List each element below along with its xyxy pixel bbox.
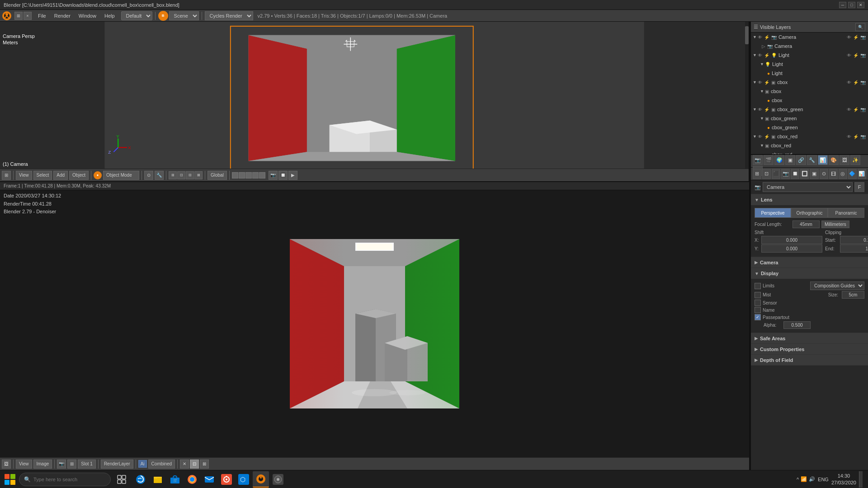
- outliner-item[interactable]: ● cbox: [751, 96, 868, 105]
- tray-wifi[interactable]: 📶: [801, 476, 807, 482]
- taskbar-mail-icon[interactable]: [201, 471, 217, 488]
- shift-y-input[interactable]: [761, 244, 822, 253]
- prop-icon2-2[interactable]: ⊡: [762, 169, 771, 179]
- render-action-btns[interactable]: ✕ ⊡ ⊠: [180, 460, 209, 469]
- add-menu[interactable]: Add: [53, 171, 68, 180]
- passepartout-checkbox[interactable]: [755, 314, 761, 320]
- object-mode-select[interactable]: Object Mode: [103, 171, 139, 180]
- scene-select[interactable]: Scene: [169, 11, 199, 20]
- name-checkbox[interactable]: [755, 307, 761, 313]
- combined-btn[interactable]: Combined: [148, 460, 175, 469]
- minimize-button[interactable]: ─: [839, 2, 846, 8]
- title-controls[interactable]: ─ □ ✕: [839, 2, 864, 8]
- outliner-item[interactable]: ● cbox_green: [751, 123, 868, 132]
- prop-constraint-icon[interactable]: 🔗: [796, 155, 806, 165]
- taskbar-search[interactable]: 🔍: [19, 473, 111, 486]
- workspace-icons[interactable]: ⊞ ×: [14, 12, 32, 20]
- prop-icon2-8[interactable]: ⊙: [820, 169, 828, 179]
- display-section-header[interactable]: ▼ Display: [751, 268, 868, 279]
- mist-checkbox[interactable]: [755, 292, 761, 298]
- camera-dropdown[interactable]: Camera: [763, 182, 853, 192]
- prop-particles-icon[interactable]: ✨: [850, 155, 860, 165]
- outliner-item[interactable]: ▼ 👁 ⚡ 💡 Light 👁 ⚡ 📷: [751, 51, 868, 60]
- prop-icon2-6[interactable]: 🔳: [800, 169, 809, 179]
- layout-select[interactable]: Default: [121, 11, 152, 20]
- slot-btn[interactable]: Slot 1: [78, 460, 96, 469]
- outliner-item[interactable]: ● cbox_red: [751, 150, 868, 155]
- sensor-checkbox[interactable]: [755, 300, 761, 306]
- panoramic-tab[interactable]: Panoramic: [828, 208, 864, 218]
- taskbar-edge-icon[interactable]: [132, 471, 149, 488]
- render-view-btn2[interactable]: ⊞: [67, 460, 76, 469]
- start-button[interactable]: [2, 471, 18, 488]
- alpha-input[interactable]: [783, 321, 811, 329]
- limits-checkbox[interactable]: [755, 283, 761, 289]
- prop-icon2-12[interactable]: 📊: [858, 169, 866, 179]
- object-menu[interactable]: Object: [69, 171, 89, 180]
- shift-x-input[interactable]: [761, 236, 822, 244]
- taskbar-app7-icon[interactable]: ⬡: [236, 471, 252, 488]
- taskbar-blender-icon[interactable]: [253, 471, 269, 488]
- clip-end-input[interactable]: [840, 244, 868, 253]
- focal-length-input[interactable]: [793, 221, 820, 228]
- outliner-item[interactable]: ▼ 💡 Light: [751, 60, 868, 69]
- tray-arrow[interactable]: ^: [797, 477, 799, 482]
- select-menu[interactable]: Select: [33, 171, 52, 180]
- taskbar-app9-icon[interactable]: [270, 471, 286, 488]
- prop-material-icon[interactable]: 🎨: [829, 155, 839, 165]
- blender-icon[interactable]: [2, 11, 12, 21]
- prop-icon2-10[interactable]: ◎: [839, 169, 847, 179]
- prop-icon2-3[interactable]: ⬛: [772, 169, 780, 179]
- view-icons[interactable]: ⊞ ⊡ ⊟ ⊠: [169, 171, 203, 179]
- viewport-icon[interactable]: ⊞: [2, 171, 11, 180]
- outliner-search[interactable]: 🔍: [855, 23, 865, 31]
- outliner-item[interactable]: ▼ ▣ cbox_red: [751, 141, 868, 150]
- search-input[interactable]: [33, 477, 106, 482]
- camera-collapsed-section[interactable]: ▶ Camera: [751, 257, 868, 268]
- prop-scene-icon[interactable]: 🎬: [764, 155, 774, 165]
- orientation-btn[interactable]: Global: [208, 171, 227, 180]
- outliner-item[interactable]: ▼ 👁 ⚡ ▣ cbox_green 👁 ⚡ 📷: [751, 105, 868, 114]
- outliner-item[interactable]: ▼ ▣ cbox: [751, 87, 868, 96]
- prop-render-icon[interactable]: 📷: [753, 155, 763, 165]
- menu-file[interactable]: File: [34, 12, 50, 19]
- composition-guides-select[interactable]: Composition Guides: [810, 282, 864, 290]
- prop-icon2-5[interactable]: 🔲: [791, 169, 799, 179]
- prop-modifier-icon[interactable]: 🔧: [807, 155, 817, 165]
- prop-icon2-7[interactable]: ▣: [810, 169, 818, 179]
- taskbar-firefox-icon[interactable]: [184, 471, 200, 488]
- 3d-viewport[interactable]: Camera Persp Meters: [0, 22, 749, 182]
- orthographic-tab[interactable]: Orthographic: [791, 208, 828, 218]
- clip-start-input[interactable]: [840, 236, 868, 244]
- render-layer-btn[interactable]: RenderLayer: [101, 460, 133, 469]
- view-menu[interactable]: View: [16, 171, 32, 180]
- taskbar-music-icon[interactable]: [218, 471, 235, 488]
- render-buttons[interactable]: 📷 🔲 ▶: [269, 171, 297, 180]
- engine-dropdown[interactable]: Cycles Render: [205, 11, 253, 20]
- outliner-item[interactable]: ▼ 👁 ⚡ ▣ cbox_red 👁 ⚡ 📷: [751, 132, 868, 141]
- prop-world-icon[interactable]: 🌍: [774, 155, 784, 165]
- taskbar-explorer-icon[interactable]: [150, 471, 166, 488]
- safe-areas-section[interactable]: ▶ Safe Areas: [751, 333, 868, 344]
- prop-icon2-4[interactable]: 📷: [781, 169, 790, 179]
- maximize-button[interactable]: □: [848, 2, 855, 8]
- taskbar-store-icon[interactable]: 🛒: [167, 471, 183, 488]
- perspective-tab[interactable]: Perspective: [755, 208, 791, 218]
- taskbar-clock[interactable]: 14:30 27/03/2020: [831, 473, 856, 486]
- custom-properties-section[interactable]: ▶ Custom Properties: [751, 344, 868, 355]
- focal-unit[interactable]: Millimeters: [821, 221, 849, 228]
- prop-icon2-11[interactable]: 🔷: [848, 169, 857, 179]
- pivot-btn[interactable]: ⊙: [144, 171, 153, 180]
- outliner-item[interactable]: ▼ 👁 ⚡ 📷 Camera 👁 ⚡ 📷: [751, 33, 868, 42]
- outliner-item[interactable]: ● Light: [751, 69, 868, 78]
- tray-volume[interactable]: 🔊: [809, 476, 815, 482]
- menu-render[interactable]: Render: [51, 12, 74, 19]
- render-view-btn[interactable]: View: [16, 460, 32, 469]
- snap-btn[interactable]: 🔧: [155, 171, 164, 180]
- outliner-item[interactable]: ▼ 👁 ⚡ ▣ cbox 👁 ⚡ 📷: [751, 78, 868, 87]
- outliner-item[interactable]: ▼ ▣ cbox_green: [751, 114, 868, 123]
- prop-icon2-9[interactable]: 🎞: [829, 169, 838, 179]
- prop-data-icon[interactable]: 📊: [818, 155, 828, 165]
- prop-object-icon[interactable]: ▣: [785, 155, 795, 165]
- menu-help[interactable]: Help: [101, 12, 118, 19]
